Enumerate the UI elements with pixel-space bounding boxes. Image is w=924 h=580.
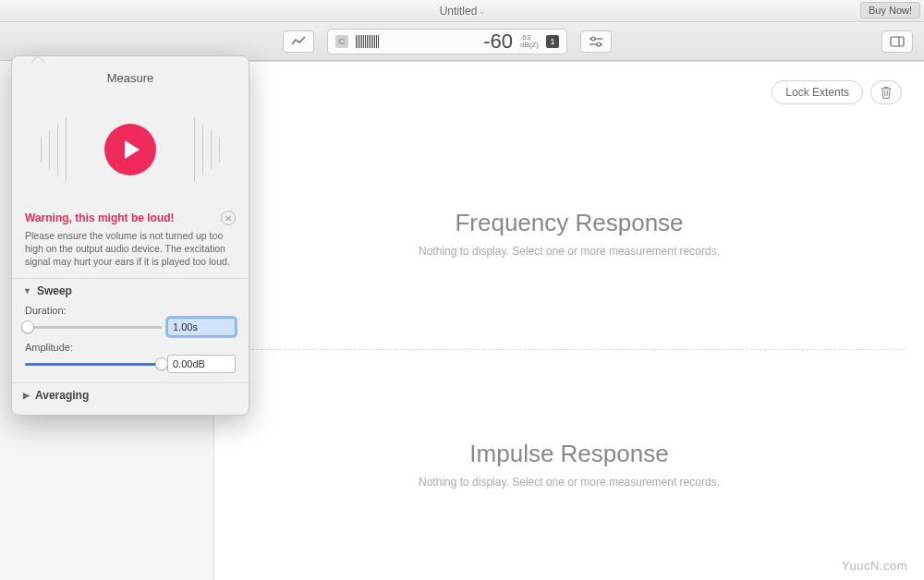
- sweep-label: Sweep: [37, 284, 72, 297]
- lock-extents-button[interactable]: Lock Extents: [772, 80, 863, 104]
- duration-slider[interactable]: [25, 320, 162, 333]
- amplitude-slider[interactable]: [25, 357, 162, 370]
- lock-extents-label: Lock Extents: [785, 86, 849, 99]
- warning-title: Warning, this might be loud!: [25, 211, 175, 224]
- play-button[interactable]: [104, 124, 156, 175]
- close-icon: ✕: [225, 213, 232, 224]
- play-visual: [12, 94, 249, 205]
- measure-popover: Measure Warning, this might be loud! ✕ P…: [11, 55, 249, 416]
- delete-button[interactable]: [870, 80, 902, 104]
- titlebar: Untitled ⌵ Buy Now!: [0, 0, 924, 22]
- channel-badge: C: [335, 35, 348, 48]
- chart-title: Impulse Response: [469, 440, 668, 468]
- impulse-response-chart: Impulse Response Nothing to display. Sel…: [214, 349, 924, 581]
- document-title-text: Untitled: [440, 5, 478, 18]
- buy-now-button[interactable]: Buy Now!: [860, 2, 920, 18]
- meter-count-badge: 1: [546, 35, 559, 48]
- warning-body: Please ensure the volume is not turned u…: [12, 227, 249, 278]
- duration-field: Duration:: [12, 303, 249, 340]
- sliders-icon: [589, 36, 603, 47]
- duration-label: Duration:: [25, 305, 236, 316]
- play-icon: [125, 140, 140, 159]
- meter-ticks: [356, 35, 379, 48]
- svg-rect-4: [891, 37, 904, 46]
- sidebar-icon: [890, 36, 905, 47]
- sidebar-toggle-button[interactable]: [881, 30, 913, 53]
- chevron-down-icon: ⌵: [480, 6, 484, 16]
- trash-icon: [881, 86, 892, 99]
- chart-subtitle: Nothing to display. Select one or more m…: [419, 476, 720, 489]
- settings-button[interactable]: [580, 30, 612, 53]
- averaging-label: Averaging: [35, 389, 89, 402]
- chart-toggle-button[interactable]: [283, 30, 314, 53]
- content-area: Lock Extents Frequency Response Nothing …: [214, 61, 924, 580]
- averaging-section-header[interactable]: ▶ Averaging: [12, 382, 249, 407]
- meter-units: .63 dB(Z): [520, 34, 539, 49]
- amplitude-field: Amplitude:: [12, 340, 249, 377]
- duration-input[interactable]: [167, 318, 236, 336]
- meter-reading: -60: [483, 30, 513, 54]
- level-meter: C -60 .63 dB(Z) 1: [327, 29, 567, 54]
- chart-subtitle: Nothing to display. Select one or more m…: [419, 245, 720, 258]
- frequency-response-chart: Frequency Response Nothing to display. S…: [214, 117, 924, 349]
- dismiss-warning-button[interactable]: ✕: [221, 211, 236, 225]
- document-title[interactable]: Untitled ⌵: [440, 5, 485, 18]
- buy-now-label: Buy Now!: [869, 5, 912, 16]
- amplitude-input[interactable]: [167, 355, 236, 373]
- sound-waves-right-icon: [194, 116, 223, 183]
- meter-unit-bottom: dB(Z): [520, 42, 539, 49]
- chart-title: Frequency Response: [455, 209, 683, 237]
- popover-title: Measure: [12, 56, 249, 94]
- watermark: YuucN.com: [842, 559, 907, 573]
- amplitude-label: Amplitude:: [25, 342, 236, 353]
- charts: Frequency Response Nothing to display. S…: [214, 117, 924, 580]
- sweep-section-header[interactable]: ▼ Sweep: [12, 278, 249, 303]
- svg-point-3: [597, 42, 601, 46]
- disclosure-triangle-icon: ▼: [23, 286, 31, 296]
- chart-actions: Lock Extents: [772, 80, 902, 104]
- line-chart-icon: [291, 36, 306, 47]
- disclosure-triangle-icon: ▶: [23, 391, 30, 400]
- svg-point-2: [591, 37, 595, 41]
- sound-waves-left-icon: [38, 116, 67, 183]
